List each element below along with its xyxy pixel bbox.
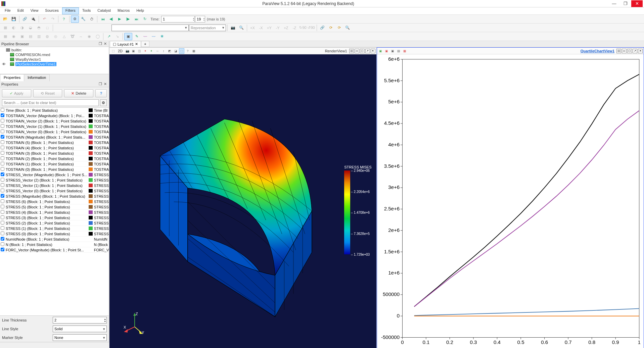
variable-checkbox[interactable] [1,162,4,165]
vt-icon[interactable]: 📷 [125,48,130,54]
color-swatch-icon[interactable] [89,141,93,144]
cam-reset-icon[interactable]: 📷 [229,24,237,32]
step-back-icon[interactable]: ◀| [107,15,115,23]
filter-icon[interactable]: △ [60,33,68,40]
variable-row[interactable]: STRESS (5) (Block: 1 ; Point Statistics)… [0,204,109,210]
delete-button[interactable]: ✕Delete [64,89,93,97]
color-swatch-icon[interactable] [89,221,93,225]
variable-row[interactable]: TOSTRAIN (2) (Block: 1 ; Point Statistic… [0,156,109,161]
vt-icon[interactable]: ◪ [173,48,178,54]
menu-tools[interactable]: Tools [79,7,94,14]
chart-canvas[interactable]: -50000005000001e+61.5e+62e+62.5e+63e+63.… [377,54,644,348]
last-frame-icon[interactable]: ⏭ [132,15,140,23]
variable-checkbox[interactable] [1,221,4,225]
color-swatch-icon[interactable] [89,232,93,236]
variable-checkbox[interactable] [1,183,4,187]
variable-checkbox[interactable] [1,194,4,198]
first-frame-icon[interactable]: ⏮ [99,15,107,23]
help-button[interactable]: ? [95,89,107,97]
variable-row[interactable]: TOSTRAIN_Vector (Magnitude) (Block: 1 ; … [0,113,109,118]
menu-help[interactable]: Help [133,7,147,14]
open-icon[interactable]: 📂 [1,15,9,23]
vt-icon[interactable]: ◫ [137,48,142,54]
tb2-icon[interactable]: □ [43,24,51,32]
variable-row[interactable]: TOSTRAIN (1) (Block: 1 ; Point Statistic… [0,161,109,167]
maximize-view-icon[interactable]: ▢ [627,49,632,53]
chart-view-title[interactable]: QuartileChartView1 [581,49,614,53]
vt-icon[interactable]: ↕ [161,48,166,54]
variable-checkbox[interactable] [1,135,4,139]
search-options-icon[interactable]: ⚙ [100,99,107,106]
redo-icon[interactable]: ↷ [49,15,57,23]
disconnect-icon[interactable]: 🔌 [29,15,37,23]
rot90-icon[interactable]: ↻90 [299,24,307,32]
variable-row[interactable]: STRESS_Vector (Magnitude) (Block: 1 ; Po… [0,172,109,178]
layout-tab[interactable]: ▢ Layout #1 ✕ [110,41,141,47]
close-button[interactable]: ✕ [631,0,643,7]
timer-icon[interactable]: ⏱ [88,15,96,23]
tb2-icon[interactable]: ◑ [18,24,26,32]
restore-view-icon[interactable]: ↗ [633,49,637,53]
sel-icon[interactable]: 〰 [149,33,157,40]
line-thickness-input[interactable]: 2▴▾ [53,317,107,324]
variable-row[interactable]: STRESS (6) (Block: 1 ; Point Statistics)… [0,199,109,204]
undock-icon[interactable]: ❐ [98,42,103,46]
menu-filters[interactable]: Filters [62,7,79,14]
variable-checkbox[interactable] [1,140,4,144]
refresh-icon[interactable]: ⟳ [335,24,343,32]
axis-pz-icon[interactable]: +Z [282,24,290,32]
tb2-icon[interactable]: ◒ [27,24,35,32]
vt-icon[interactable]: ↔ [155,48,160,54]
close-view-icon[interactable]: ✕ [638,49,643,53]
split-v-icon[interactable]: ▭ [622,49,627,53]
color-swatch-icon[interactable] [89,216,93,219]
variable-checkbox[interactable] [1,146,4,149]
filter-icon[interactable]: ◯ [94,33,102,40]
color-swatch-icon[interactable] [89,119,93,123]
connect-icon[interactable]: 🔗 [21,15,29,23]
variable-row[interactable]: N (Block: 1 ; Point Statistics)N (Block [0,242,109,247]
settings-icon[interactable]: 🔧 [79,15,87,23]
pipeline-item[interactable]: 👁PlotSelectionOverTime1 [0,62,109,66]
color-swatch-icon[interactable] [89,200,93,203]
filter-icon[interactable]: ◍ [43,33,51,40]
auto-apply-icon[interactable]: ⚙ [71,15,79,23]
menu-file[interactable]: File [1,7,14,14]
color-swatch-icon[interactable] [89,227,93,230]
color-swatch-icon[interactable] [89,184,93,187]
color-swatch-icon[interactable] [89,114,93,117]
vt-icon[interactable]: ▦ [191,48,196,54]
variable-checkbox[interactable] [1,199,4,203]
variable-checkbox[interactable] [1,108,4,112]
line-style-select[interactable]: Solid [53,326,107,332]
menu-view[interactable]: View [27,7,42,14]
variable-checkbox[interactable] [1,248,4,251]
variable-row[interactable]: TOSTRAIN (3) (Block: 1 ; Point Statistic… [0,151,109,156]
variable-checkbox[interactable] [1,189,4,192]
add-layout-button[interactable]: + [141,41,149,47]
vt-icon[interactable]: ▣ [390,48,396,54]
vt-icon[interactable]: ✦ [149,48,154,54]
variable-row[interactable]: TOSTRAIN (5) (Block: 1 ; Point Statistic… [0,140,109,145]
vt-icon[interactable]: ▣ [384,48,389,54]
play-icon[interactable]: ▶ [116,15,124,23]
marker-style-select[interactable]: None [53,334,107,341]
variable-row[interactable]: TOSTRAIN_Vector (2) (Block: 1 ; Point St… [0,118,109,124]
color-swatch-icon[interactable] [89,125,93,128]
variable-checkbox[interactable] [1,210,4,214]
close-view-icon[interactable]: ✕ [371,49,375,53]
trace-icon[interactable]: ↗ [105,33,113,40]
menu-sources[interactable]: Sources [42,7,62,14]
variable-row[interactable]: STRESS_Vector (1) (Block: 1 ; Point Stat… [0,183,109,188]
vt-icon[interactable]: ▦ [402,48,408,54]
close-panel-icon[interactable]: ✕ [103,42,107,46]
filter-icon[interactable]: ➰ [68,33,77,40]
variable-checkbox[interactable] [1,215,4,219]
variable-checkbox[interactable] [1,205,4,208]
variable-checkbox[interactable] [1,130,4,133]
variable-row[interactable]: TOSTRAIN_Vector (1) (Block: 1 ; Point St… [0,124,109,129]
variable-row[interactable]: STRESS (3) (Block: 1 ; Point Statistics)… [0,215,109,220]
series-variable-list[interactable]: Time (Block: 1 ; Point Statistics)Time (… [0,107,109,316]
filter-icon[interactable]: ▤ [27,33,35,40]
vt-icon[interactable]: ✦ [143,48,148,54]
